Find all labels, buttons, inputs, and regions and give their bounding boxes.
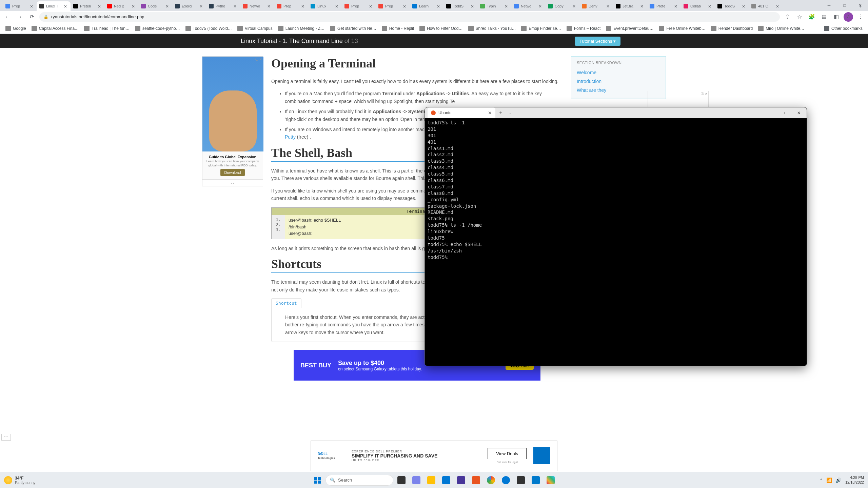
wt-new-tab-button[interactable]: + — [495, 110, 506, 116]
tab-close-icon[interactable]: ✕ — [640, 4, 644, 8]
bookmark-item[interactable]: Render Dashboard — [708, 24, 755, 33]
bookmark-item[interactable]: Trailhead | The fun… — [81, 24, 132, 33]
reading-list-icon[interactable]: ▤ — [819, 12, 829, 22]
edge-icon[interactable] — [499, 473, 513, 487]
tab-close-icon[interactable]: ✕ — [471, 4, 475, 8]
share-icon[interactable]: ⇪ — [783, 12, 792, 22]
chrome-tab[interactable]: Collab✕ — [681, 1, 715, 11]
wt-close-button[interactable]: ✕ — [791, 107, 807, 118]
volume-icon[interactable]: 🔊 — [835, 477, 841, 483]
chrome-tab[interactable]: Pytho✕ — [206, 1, 240, 11]
bookmark-item[interactable]: Shred Talks - YouTu… — [466, 24, 519, 33]
chrome-tab[interactable]: Prep✕ — [274, 1, 308, 11]
forward-button[interactable]: → — [15, 12, 24, 22]
tab-close-icon[interactable]: ✕ — [199, 4, 203, 8]
bookmark-item[interactable]: How to Filter Odd… — [417, 24, 465, 33]
back-button[interactable]: ← — [3, 12, 12, 22]
bookmark-item[interactable]: Google — [3, 24, 29, 33]
tab-close-icon[interactable]: ✕ — [98, 4, 102, 8]
reload-button[interactable]: ⟳ — [27, 12, 37, 22]
task-view-button[interactable] — [395, 473, 408, 487]
chrome-tab[interactable]: Profe✕ — [647, 1, 681, 11]
tab-close-icon[interactable]: ✕ — [165, 4, 170, 8]
wt-terminal-output[interactable]: todd75% ls -1 201 301 401 class1.md clas… — [425, 118, 807, 366]
chrome-menu-icon[interactable]: ⋮ — [856, 12, 865, 22]
wt-tab-close-icon[interactable]: ✕ — [488, 110, 492, 116]
dell-ad[interactable]: D⦿LLTechnologies EXPERIENCE DELL PREMIER… — [311, 441, 557, 471]
bookmark-item[interactable]: Home - Replit — [379, 24, 417, 33]
chrome-tab[interactable]: Denv✕ — [579, 1, 613, 11]
tab-close-icon[interactable]: ✕ — [403, 4, 407, 8]
ubuntu-icon[interactable] — [469, 473, 483, 487]
chrome-tab[interactable]: Preten✕ — [71, 1, 104, 11]
breakdown-link[interactable]: Welcome — [577, 68, 660, 77]
chrome-tab[interactable]: Learn✕ — [410, 1, 443, 11]
tab-close-icon[interactable]: ✕ — [64, 4, 68, 8]
bookmark-item[interactable]: Forms – React — [564, 24, 604, 33]
tab-close-icon[interactable]: ✕ — [538, 4, 542, 8]
tab-close-icon[interactable]: ✕ — [776, 4, 780, 8]
tab-close-icon[interactable]: ✕ — [301, 4, 305, 8]
other-bookmarks[interactable]: Other bookmarks — [821, 24, 865, 33]
tab-close-icon[interactable]: ✕ — [335, 4, 339, 8]
ad-collapse-button[interactable]: ︿ — [202, 180, 263, 186]
terminal-icon[interactable] — [514, 473, 528, 487]
wt-dropdown-button[interactable]: ⌄ — [506, 111, 514, 115]
extension1-icon[interactable]: ◧ — [831, 12, 841, 22]
slack-icon[interactable] — [544, 473, 557, 487]
obsidian-icon[interactable] — [454, 473, 468, 487]
chrome-tab[interactable]: Netwo✕ — [511, 1, 545, 11]
ad-download-button[interactable]: Download — [220, 169, 245, 176]
chat-app-icon[interactable] — [410, 473, 423, 487]
tab-close-icon[interactable]: ✕ — [437, 4, 441, 8]
close-window-button[interactable]: ✕ — [852, 0, 868, 11]
tab-close-icon[interactable]: ✕ — [572, 4, 576, 8]
bookmark-item[interactable]: Miro | Online White… — [755, 24, 807, 33]
vscode-icon[interactable] — [529, 473, 542, 487]
chrome-tab[interactable]: Code✕ — [138, 1, 172, 11]
tray-chevron-icon[interactable]: ^ — [820, 478, 822, 483]
tab-close-icon[interactable]: ✕ — [267, 4, 271, 8]
tab-close-icon[interactable]: ✕ — [233, 4, 237, 8]
tab-close-icon[interactable]: ✕ — [708, 4, 712, 8]
breakdown-link[interactable]: Introduction — [577, 77, 660, 86]
maximize-button[interactable]: □ — [837, 0, 852, 11]
address-bar[interactable]: 🔒 ryanstutorials.net/linuxtutorial/comma… — [39, 12, 780, 22]
chrome-tab[interactable]: Ned B✕ — [104, 1, 138, 11]
bookmark-star-icon[interactable]: ☆ — [795, 12, 804, 22]
chrome-tab[interactable]: Linux T✕ — [37, 1, 71, 11]
bookmark-item[interactable]: seattle-code-pytho… — [132, 24, 183, 33]
extensions-icon[interactable]: 🧩 — [807, 12, 816, 22]
tab-close-icon[interactable]: ✕ — [674, 4, 678, 8]
wt-tab-ubuntu[interactable]: Ubuntu ✕ — [428, 107, 495, 118]
tab-close-icon[interactable]: ✕ — [369, 4, 373, 8]
tutorial-sections-button[interactable]: Tutorial Sections ▾ — [575, 37, 620, 46]
chrome-tab[interactable]: Prep✕ — [342, 1, 376, 11]
chrome-tab[interactable]: Typin✕ — [477, 1, 511, 11]
chrome-tab[interactable]: Exerci✕ — [172, 1, 206, 11]
start-button[interactable] — [311, 473, 324, 487]
wt-minimize-button[interactable]: ─ — [760, 107, 775, 118]
tab-close-icon[interactable]: ✕ — [132, 4, 136, 8]
bookmark-item[interactable]: Get started with Ne… — [327, 24, 379, 33]
taskbar-clock[interactable]: 4:28 PM 12/18/2022 — [845, 475, 864, 484]
file-explorer-icon[interactable] — [425, 473, 438, 487]
bookmark-item[interactable]: Free Online Whiteb… — [656, 24, 708, 33]
chrome-tab[interactable]: Prep✕ — [376, 1, 410, 11]
chrome-icon[interactable] — [484, 473, 498, 487]
tab-close-icon[interactable]: ✕ — [30, 4, 34, 8]
dell-ad-collapse[interactable]: ﹀ — [1, 434, 11, 441]
tab-close-icon[interactable]: ✕ — [505, 4, 509, 8]
taskbar-weather[interactable]: 34°F Partly sunny — [4, 476, 36, 485]
chrome-tab[interactable]: ToddS✕ — [715, 1, 749, 11]
putty-link[interactable]: Putty — [285, 134, 296, 140]
view-deals-button[interactable]: View Deals — [488, 448, 527, 459]
shortcut-tab[interactable]: Shortcut — [271, 298, 301, 308]
wt-maximize-button[interactable]: □ — [775, 107, 791, 118]
wt-titlebar[interactable]: Ubuntu ✕ + ⌄ ─ □ ✕ — [425, 107, 807, 118]
chrome-tab[interactable]: 401 C✕ — [749, 1, 783, 11]
chrome-tab[interactable]: Netwo✕ — [240, 1, 274, 11]
left-ad[interactable]: ⓘ ✕ Guide to Global Expansion Learn how … — [202, 56, 263, 180]
taskbar-search[interactable]: 🔍 Search — [326, 475, 393, 486]
chrome-tab[interactable]: Linux✕ — [308, 1, 342, 11]
